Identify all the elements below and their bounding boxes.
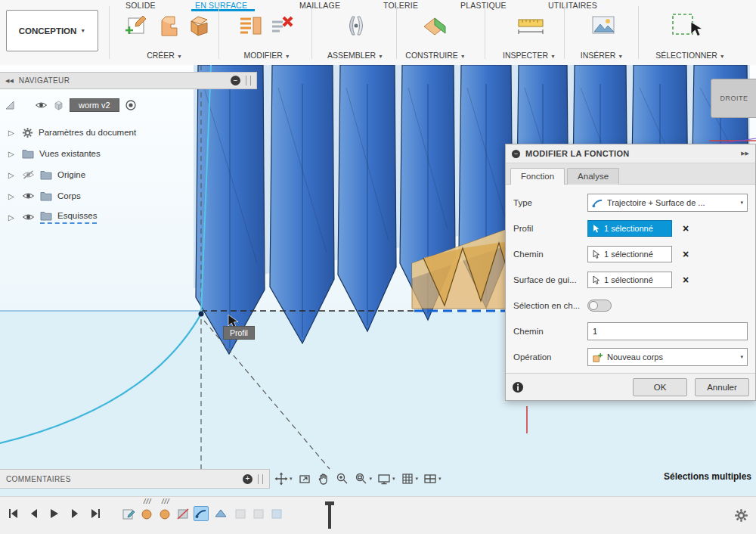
profil-selection-button[interactable]: 1 sélectionné xyxy=(587,220,672,237)
assemble-joint-icon[interactable] xyxy=(342,11,370,43)
grid-settings-tool[interactable]: ▾ xyxy=(401,472,419,486)
extrude-icon[interactable] xyxy=(156,11,183,43)
tree-item-corps[interactable]: ▷ Corps xyxy=(0,188,81,204)
tree-item-esquisses[interactable]: ▷ Esquisses xyxy=(0,209,97,225)
expand-arrow-icon[interactable]: ▷ xyxy=(8,150,17,158)
ok-button[interactable]: OK xyxy=(633,378,687,396)
surface-selection-button[interactable]: 1 sélectionné xyxy=(587,272,672,288)
expand-arrow-icon[interactable]: ▷ xyxy=(8,171,17,179)
timeline-sketch-feature[interactable] xyxy=(121,506,136,521)
timeline-step-back-button[interactable] xyxy=(27,507,41,523)
timeline-go-start-button[interactable] xyxy=(6,507,20,523)
create-sketch-icon[interactable] xyxy=(122,11,150,43)
menu-inserer[interactable]: INSÉRER ▼ xyxy=(567,51,637,61)
tree-root-worm-v2[interactable]: worm v2 xyxy=(0,97,137,113)
tab-plastique[interactable]: PLASTIQUE xyxy=(460,1,507,10)
tree-item-label: Paramètres du document xyxy=(39,128,136,137)
row-chemin-valeur: Chemin xyxy=(513,318,748,344)
clear-selection-icon[interactable]: × xyxy=(683,223,689,234)
construct-plane-icon[interactable] xyxy=(420,11,451,43)
tab-utilitaires[interactable]: UTILITAIRES xyxy=(548,1,597,10)
timeline-form-feature[interactable] xyxy=(139,506,154,521)
timeline-section-feature[interactable] xyxy=(175,506,191,521)
operation-dropdown[interactable]: Nouveau corps ▾ xyxy=(587,348,748,366)
timeline-play-button[interactable] xyxy=(47,507,60,523)
fit-view-tool[interactable] xyxy=(298,472,311,486)
toolbar-separator xyxy=(218,6,219,59)
info-icon[interactable] xyxy=(512,381,524,393)
panel-grip[interactable] xyxy=(258,474,263,484)
timeline-form-feature[interactable] xyxy=(157,506,172,521)
insert-image-icon[interactable] xyxy=(590,11,617,43)
cancel-button[interactable]: Annuler xyxy=(695,378,749,396)
panel-grip[interactable] xyxy=(246,76,251,85)
tree-item-origine[interactable]: ▷ Origine xyxy=(0,166,85,183)
root-component-label[interactable]: worm v2 xyxy=(70,98,119,112)
timeline-step-forward-button[interactable] xyxy=(68,507,82,523)
timeline-surface-feature[interactable] xyxy=(213,506,228,521)
zoom-window-tool[interactable]: ▾ xyxy=(355,472,373,486)
menu-creer[interactable]: CRÉER ▼ xyxy=(117,51,212,61)
tree-item-label: Vues existantes xyxy=(39,149,101,158)
expand-arrow-icon[interactable]: ▷ xyxy=(8,213,17,222)
display-settings-tool[interactable]: ▾ xyxy=(377,472,395,486)
collapse-dialog-icon[interactable]: − xyxy=(512,150,520,158)
zoom-tool[interactable] xyxy=(336,472,349,486)
add-comment-icon[interactable]: + xyxy=(243,474,253,484)
collapse-panel-icon[interactable]: ◀◀ xyxy=(5,78,14,84)
delete-icon[interactable] xyxy=(268,11,296,43)
clear-selection-icon[interactable]: × xyxy=(683,275,689,285)
menu-assembler[interactable]: ASSEMBLER ▼ xyxy=(314,51,397,61)
modify-feature-dialog: − MODIFIER LA FONCTION ▶▶ Fonction Analy… xyxy=(505,144,756,401)
timeline-settings-gear-icon[interactable] xyxy=(734,508,748,526)
menu-selectionner[interactable]: SÉLECTIONNER ▼ xyxy=(641,51,739,61)
chevron-down-icon: ▼ xyxy=(80,28,85,33)
menu-construire[interactable]: CONSTRUIRE ▼ xyxy=(393,51,478,61)
clear-selection-icon[interactable]: × xyxy=(683,249,689,259)
chemin-selection-button[interactable]: 1 sélectionné xyxy=(587,246,672,262)
timeline-suppressed-feature[interactable] xyxy=(233,506,248,521)
tree-item-vues[interactable]: ▷ Vues existantes xyxy=(0,145,101,162)
eye-icon[interactable] xyxy=(22,213,35,222)
chain-selection-toggle[interactable] xyxy=(587,300,612,312)
tree-item-parametres[interactable]: ▷ Paramètres du document xyxy=(0,124,136,141)
minimize-panel-icon[interactable]: − xyxy=(231,76,240,85)
timeline-suppressed-feature[interactable] xyxy=(269,506,284,521)
expand-arrow-icon[interactable]: ▷ xyxy=(8,192,17,200)
tab-maillage[interactable]: MAILLAGE xyxy=(299,1,340,10)
view-toolbar: ▾ ▾ ▾ ▾ xyxy=(274,469,442,489)
activate-radio-icon[interactable] xyxy=(125,99,137,111)
chemin-input[interactable] xyxy=(587,322,748,340)
tab-analyse[interactable]: Analyse xyxy=(567,168,619,185)
eye-off-icon[interactable] xyxy=(22,170,35,179)
measure-icon[interactable] xyxy=(516,11,546,43)
drop-target: Esquisses xyxy=(40,211,97,224)
origin-point[interactable] xyxy=(199,312,204,317)
type-dropdown[interactable]: Trajectoire + Surface de ... ▾ xyxy=(587,194,748,212)
box-icon[interactable] xyxy=(186,11,213,43)
menu-inspecter[interactable]: INSPECTER ▼ xyxy=(488,51,571,61)
select-icon[interactable] xyxy=(670,11,703,45)
timeline-go-end-button[interactable] xyxy=(89,507,103,523)
row-profil: Profil 1 sélectionné × xyxy=(513,216,748,241)
chevron-down-icon: ▼ xyxy=(720,54,725,59)
tab-solide[interactable]: SOLIDE xyxy=(125,1,156,10)
timeline-sweep-feature-active[interactable] xyxy=(194,506,209,521)
viewcube[interactable]: DROITE xyxy=(711,79,756,118)
timeline-suppressed-feature[interactable] xyxy=(251,506,266,521)
expand-arrow-icon[interactable]: ▷ xyxy=(8,129,17,137)
timeline-position-marker[interactable] xyxy=(328,501,331,529)
eye-icon[interactable] xyxy=(22,191,35,200)
orbit-hand-tool[interactable] xyxy=(317,472,330,486)
cursor-icon xyxy=(593,224,600,234)
edit-feature-icon[interactable] xyxy=(237,11,264,43)
tab-tolerie[interactable]: TOLERIE xyxy=(383,1,418,10)
viewports-tool[interactable]: ▾ xyxy=(423,472,442,486)
pan-tool[interactable]: ▾ xyxy=(274,472,293,486)
menu-modifier[interactable]: MODIFIER ▼ xyxy=(222,51,312,61)
eye-icon[interactable] xyxy=(35,101,48,110)
detach-dialog-icon[interactable]: ▶▶ xyxy=(741,151,749,157)
workspace-switcher-button[interactable]: CONCEPTION ▼ xyxy=(6,10,98,51)
dialog-titlebar[interactable]: − MODIFIER LA FONCTION ▶▶ xyxy=(506,144,755,163)
tab-fonction[interactable]: Fonction xyxy=(510,168,565,185)
